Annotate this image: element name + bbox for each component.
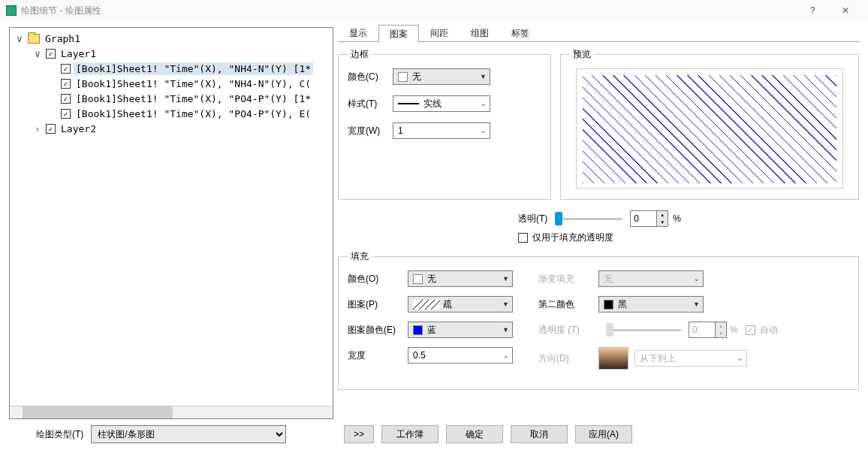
combo-text: 无 [427, 273, 436, 285]
spin-down-icon[interactable]: ▼ [657, 219, 668, 226]
fill-pattern-combo[interactable]: 疏 ▼ [408, 296, 513, 313]
tree-node-graph[interactable]: ∨ Graph1 [10, 31, 333, 46]
chevron-down-icon: ▼ [502, 326, 509, 334]
direction-label: 方向(D) [538, 352, 598, 365]
fill-patcolor-label: 图案颜色(E) [348, 324, 408, 337]
ok-button[interactable]: 确定 [446, 425, 503, 443]
close-button[interactable]: ✕ [829, 0, 862, 21]
trans2-pct: % [730, 325, 738, 335]
tab-display[interactable]: 显示 [338, 24, 378, 41]
expand-icon[interactable]: ∨ [14, 33, 25, 44]
transparency-label: 透明(T) [518, 213, 547, 225]
tree-item[interactable]: ✓ [Book1]Sheet1! "Time"(X), "NH4-N"(Y) [… [10, 61, 333, 76]
combo-text: 从下到上 [640, 352, 676, 365]
plot-type-select[interactable]: 柱状图/条形图 [91, 425, 286, 443]
chevron-down-icon: ▼ [693, 300, 700, 308]
gradient-label: 渐变填充 [538, 273, 598, 285]
fill-pattern-label: 图案(P) [348, 298, 408, 311]
color2-combo[interactable]: 黑 ▼ [598, 296, 704, 313]
tab-labels[interactable]: 标签 [500, 24, 541, 41]
border-legend: 边框 [348, 48, 372, 61]
tree-node-layer2[interactable]: › ✓ Layer2 [10, 121, 333, 136]
tree-label: Layer1 [59, 47, 98, 60]
tree-item[interactable]: ✓ [Book1]Sheet1! "Time"(X), "PO4-P"(Y), … [10, 106, 333, 121]
fill-patcolor-combo[interactable]: 蓝 ▼ [408, 322, 513, 338]
combo-text: 1 [398, 125, 403, 136]
border-color-combo[interactable]: 无 ▼ [393, 68, 490, 85]
chevron-down-icon: ▼ [502, 300, 509, 308]
tab-spacing[interactable]: 间距 [419, 24, 460, 41]
preview-box [576, 68, 843, 189]
expand-icon[interactable]: › [32, 123, 43, 134]
workbook-button[interactable]: 工作簿 [381, 425, 439, 443]
direction-combo: 从下到上 ⌄ [634, 350, 747, 367]
checkbox[interactable]: ✓ [61, 109, 71, 119]
window-title: 绘图细节 - 绘图属性 [21, 5, 796, 17]
checkbox[interactable]: ✓ [61, 79, 71, 89]
trans2-slider [606, 323, 681, 337]
nav-button[interactable]: >> [344, 425, 374, 443]
combo-text: 无 [412, 71, 421, 83]
tree-item[interactable]: ✓ [Book1]Sheet1! "Time"(X), "NH4-N"(Y), … [10, 76, 333, 91]
horizontal-scrollbar[interactable] [10, 406, 333, 418]
tree-label: Layer2 [59, 122, 98, 135]
trans2-input [689, 325, 715, 335]
spin-up-icon: ▲ [716, 322, 726, 330]
app-icon [6, 5, 17, 16]
trans2-spin: ▲▼ [689, 322, 727, 338]
checkbox[interactable]: ✓ [46, 49, 56, 59]
preview-swatch [583, 75, 836, 183]
tree-node-layer1[interactable]: ∨ ✓ Layer1 [10, 46, 333, 61]
trans2-label: 透明度 (T) [538, 324, 598, 337]
cancel-button[interactable]: 取消 [511, 425, 568, 443]
tree-label: Graph1 [43, 32, 83, 45]
transparency-slider[interactable] [555, 212, 622, 225]
fill-only-label: 仅用于填充的透明度 [532, 231, 613, 244]
border-color-label: 颜色(C) [348, 71, 393, 83]
folder-icon [28, 34, 40, 44]
combo-text: 蓝 [427, 324, 436, 337]
plot-type-label: 绘图类型(T) [36, 428, 83, 441]
pattern-preview-icon [413, 300, 440, 310]
border-style-combo[interactable]: 实线 ⌄ [393, 95, 490, 112]
checkbox[interactable]: ✓ [61, 94, 71, 104]
transparency-input[interactable] [631, 213, 656, 224]
border-width-combo[interactable]: 1 ⌄ [393, 122, 490, 139]
preview-legend: 预览 [570, 48, 594, 61]
border-group: 边框 颜色(C) 无 ▼ 样式(T) 实线 ⌄ [338, 48, 551, 200]
tree-label: [Book1]Sheet1! "Time"(X), "NH4-N"(Y), C( [74, 77, 313, 90]
gradient-swatch [598, 347, 628, 370]
fill-only-checkbox[interactable] [518, 233, 528, 243]
tab-pattern[interactable]: 图案 [378, 25, 419, 42]
color2-label: 第二颜色 [538, 298, 598, 311]
tree-label: [Book1]Sheet1! "Time"(X), "PO4-P"(Y), E( [74, 107, 313, 120]
fill-color-label: 颜色(O) [348, 273, 408, 285]
combo-text: 实线 [423, 98, 442, 110]
apply-button[interactable]: 应用(A) [575, 425, 632, 443]
chevron-down-icon: ⌄ [737, 355, 743, 362]
gradient-combo[interactable]: 无 ⌄ [598, 270, 704, 287]
fill-legend: 填充 [348, 250, 372, 263]
transparency-spin[interactable]: ▲▼ [630, 210, 668, 227]
tree-label: [Book1]Sheet1! "Time"(X), "PO4-P"(Y) [1* [74, 92, 313, 105]
auto-label: 自动 [760, 324, 778, 337]
tree-label: [Book1]Sheet1! "Time"(X), "NH4-N"(Y) [1* [74, 62, 313, 75]
tab-bar: 显示 图案 间距 组图 标签 [338, 24, 859, 42]
expand-icon[interactable]: ∨ [32, 48, 43, 59]
tree-item[interactable]: ✓ [Book1]Sheet1! "Time"(X), "PO4-P"(Y) [… [10, 91, 333, 106]
tab-panel[interactable]: 组图 [460, 24, 500, 41]
chevron-down-icon: ⌄ [503, 352, 509, 359]
preview-group: 预览 [560, 48, 859, 200]
fill-width-combo[interactable]: 0.5 ⌄ [408, 347, 513, 364]
help-button[interactable]: ? [796, 0, 829, 21]
checkbox[interactable]: ✓ [61, 64, 71, 74]
fill-color-combo[interactable]: 无 ▼ [408, 270, 513, 287]
combo-text: 无 [604, 273, 613, 285]
chevron-down-icon: ⌄ [694, 275, 700, 282]
chevron-down-icon: ⌄ [481, 100, 487, 107]
checkbox[interactable]: ✓ [46, 124, 56, 134]
border-style-label: 样式(T) [348, 98, 393, 110]
fill-group: 填充 颜色(O) 无 ▼ 图案(P) [338, 250, 859, 390]
fill-width-label: 宽度 [348, 349, 408, 362]
spin-up-icon[interactable]: ▲ [657, 211, 668, 219]
